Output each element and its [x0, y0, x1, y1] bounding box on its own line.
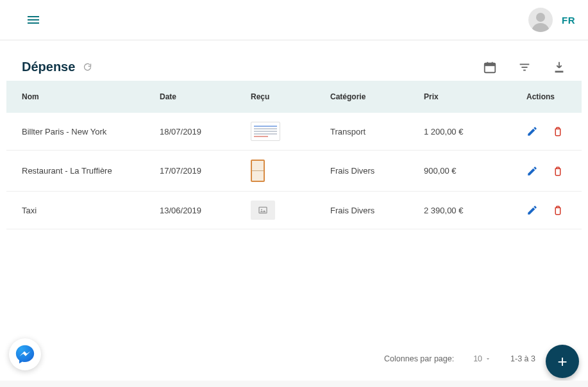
- cell-category: Frais Divers: [315, 151, 408, 192]
- rows-per-page-select[interactable]: 10: [473, 354, 491, 363]
- svg-point-12: [261, 209, 262, 210]
- add-button[interactable]: +: [546, 345, 579, 378]
- cell-date: 18/07/2019: [144, 113, 235, 151]
- topbar: FR: [0, 0, 588, 40]
- receipt-thumbnail[interactable]: [251, 160, 265, 182]
- messenger-icon: [14, 343, 36, 365]
- avatar[interactable]: [528, 8, 553, 32]
- header-price: Prix: [408, 81, 511, 113]
- svg-rect-2: [28, 22, 39, 24]
- heading-left: Dépense: [22, 60, 92, 74]
- page-content: Dépense Nom Date Reçu Catégorie Pr: [0, 40, 588, 229]
- cell-receipt: [235, 113, 315, 151]
- hamburger-icon[interactable]: [26, 12, 41, 28]
- chevron-down-icon: [485, 356, 491, 362]
- svg-rect-4: [485, 63, 496, 66]
- table-row: Restaurant - La Truffière17/07/2019Frais…: [6, 151, 582, 192]
- cell-name[interactable]: Restaurant - La Truffière: [6, 151, 144, 192]
- cell-actions: [511, 192, 582, 229]
- heading-actions: [483, 60, 566, 74]
- cell-actions: [511, 113, 582, 151]
- bottom-bar: [0, 381, 588, 387]
- cell-price: 1 200,00 €: [408, 113, 511, 151]
- plus-icon: +: [557, 352, 567, 372]
- receipt-thumbnail[interactable]: [251, 201, 275, 220]
- heading-row: Dépense: [6, 53, 582, 81]
- table-header-row: Nom Date Reçu Catégorie Prix Actions: [6, 81, 582, 113]
- expenses-table: Nom Date Reçu Catégorie Prix Actions Bil…: [6, 81, 582, 229]
- cell-receipt: [235, 151, 315, 192]
- cell-date: 17/07/2019: [144, 151, 235, 192]
- edit-icon[interactable]: [526, 204, 538, 216]
- receipt-thumbnail[interactable]: [251, 122, 280, 141]
- edit-icon[interactable]: [526, 165, 538, 177]
- rows-per-page-value: 10: [473, 354, 482, 363]
- svg-rect-10: [555, 70, 564, 72]
- header-category: Catégorie: [315, 81, 408, 113]
- calendar-icon[interactable]: [483, 60, 497, 74]
- table-row: Taxi13/06/2019Frais Divers2 390,00 €: [6, 192, 582, 229]
- pagination-label: Colonnes par page:: [384, 354, 454, 363]
- cell-category: Transport: [315, 113, 408, 151]
- topbar-right: FR: [528, 8, 575, 32]
- cell-date: 13/06/2019: [144, 192, 235, 229]
- header-actions: Actions: [511, 81, 582, 113]
- cell-price: 2 390,00 €: [408, 192, 511, 229]
- page-title: Dépense: [22, 60, 75, 74]
- edit-icon[interactable]: [526, 126, 538, 137]
- download-icon[interactable]: [552, 60, 566, 74]
- svg-rect-0: [28, 16, 39, 17]
- chat-button[interactable]: [9, 338, 41, 370]
- delete-icon[interactable]: [552, 126, 564, 137]
- cell-actions: [511, 151, 582, 192]
- svg-rect-1: [28, 19, 39, 21]
- cell-price: 900,00 €: [408, 151, 511, 192]
- reload-icon[interactable]: [83, 62, 92, 72]
- language-selector[interactable]: FR: [562, 15, 575, 26]
- cell-category: Frais Divers: [315, 192, 408, 229]
- header-name: Nom: [6, 81, 144, 113]
- filter-icon[interactable]: [517, 60, 532, 74]
- delete-icon[interactable]: [552, 204, 564, 216]
- header-date: Date: [144, 81, 235, 113]
- pagination: Colonnes par page: 10 1-3 à 3: [384, 354, 565, 364]
- cell-receipt: [235, 192, 315, 229]
- cell-name[interactable]: Taxi: [6, 192, 144, 229]
- pagination-range: 1-3 à 3: [510, 354, 535, 363]
- cell-name[interactable]: Billter Paris - New York: [6, 113, 144, 151]
- table-row: Billter Paris - New York18/07/2019Transp…: [6, 113, 582, 151]
- delete-icon[interactable]: [552, 165, 564, 177]
- header-receipt: Reçu: [235, 81, 315, 113]
